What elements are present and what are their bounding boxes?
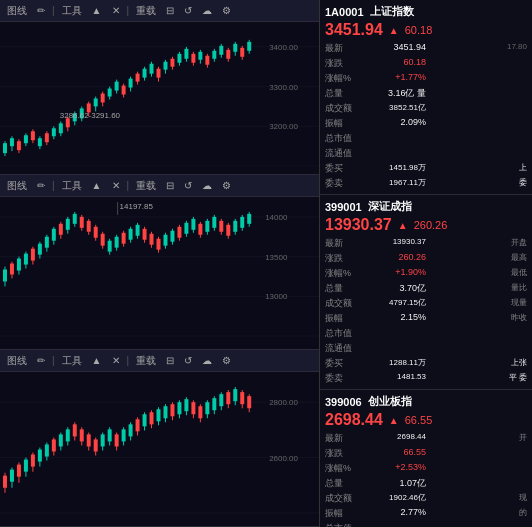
undo-icon[interactable]: ↺ — [181, 4, 195, 17]
d2-2a: 涨跌260.26 — [325, 251, 426, 266]
settings-icon-3[interactable]: ⚙ — [219, 354, 234, 367]
svg-rect-120 — [101, 234, 105, 246]
linechart-btn-3[interactable]: 图线 — [4, 353, 30, 369]
chart-body-1: 3400.00 3300.00 3200.00 — [0, 22, 319, 174]
svg-rect-104 — [45, 237, 49, 248]
svg-rect-184 — [52, 439, 56, 451]
svg-rect-198 — [101, 434, 105, 446]
data-row-5a: 成交额3852.51亿 — [325, 101, 426, 116]
svg-rect-126 — [122, 233, 126, 244]
reload-btn-3[interactable]: 重载 — [133, 353, 159, 369]
reload-btn[interactable]: 重载 — [133, 3, 159, 19]
data-row-3a: 涨幅%+1.77% — [325, 71, 426, 86]
svg-rect-152 — [212, 217, 216, 228]
svg-rect-13 — [17, 141, 21, 150]
svg-rect-170 — [3, 476, 7, 488]
svg-rect-172 — [10, 470, 14, 482]
svg-rect-200 — [108, 429, 112, 441]
sep4: | — [127, 180, 130, 191]
toolbar-1: 图线 ✏ | 工具 ▲ ✕ | 重载 ⊟ ↺ ☁ ⚙ — [0, 0, 319, 22]
svg-rect-108 — [59, 224, 63, 235]
svg-rect-37 — [101, 94, 105, 103]
d2-3a: 涨幅%+1.90% — [325, 266, 426, 281]
stock-header-3: 399006 创业板指 — [325, 394, 527, 409]
print-icon[interactable]: ⊟ — [163, 4, 177, 17]
undo-icon-2[interactable]: ↺ — [181, 179, 195, 192]
svg-rect-21 — [45, 133, 49, 142]
d2-8b — [426, 341, 527, 356]
tools-btn[interactable]: 工具 — [59, 3, 85, 19]
svg-rect-17 — [31, 131, 35, 140]
data-row-8a: 流通值 — [325, 146, 426, 161]
pencil-icon-2[interactable]: ✏ — [34, 179, 48, 192]
svg-rect-186 — [59, 434, 63, 446]
cloud-icon-2[interactable]: ☁ — [199, 179, 215, 192]
expand-icon-3[interactable]: ▲ — [89, 354, 105, 367]
svg-rect-140 — [170, 231, 174, 242]
svg-rect-114 — [80, 217, 84, 228]
d2-5a: 成交额4797.15亿 — [325, 296, 426, 311]
chart-1: 图线 ✏ | 工具 ▲ ✕ | 重载 ⊟ ↺ ☁ ⚙ 3400.00 — [0, 0, 319, 175]
svg-rect-75 — [233, 44, 237, 52]
data-grid-3: 最新2698.44 开 涨跌66.55 涨幅%+2.53% 总量1.07亿 成交… — [325, 431, 527, 527]
svg-rect-55 — [163, 62, 167, 70]
svg-rect-136 — [157, 239, 161, 250]
close-icon-2[interactable]: ✕ — [109, 179, 123, 192]
settings-icon-2[interactable]: ⚙ — [219, 179, 234, 192]
close-icon[interactable]: ✕ — [109, 4, 123, 17]
print-icon-2[interactable]: ⊟ — [163, 179, 177, 192]
svg-rect-208 — [136, 419, 140, 431]
svg-rect-43 — [122, 86, 126, 95]
stock-price-row-2: 13930.37 ▲ 260.26 — [325, 216, 527, 234]
svg-rect-134 — [150, 234, 154, 245]
svg-text:2600.00: 2600.00 — [269, 454, 298, 463]
svg-rect-144 — [184, 223, 188, 234]
reload-btn-2[interactable]: 重载 — [133, 178, 159, 194]
svg-rect-202 — [115, 434, 119, 446]
svg-rect-224 — [191, 402, 195, 414]
svg-rect-73 — [226, 50, 230, 59]
chart-body-3: 2800.00 2600.00 — [0, 372, 319, 526]
svg-rect-206 — [129, 424, 133, 436]
stock-price-row-1: 3451.94 ▲ 60.18 — [325, 21, 527, 39]
linechart-btn-2[interactable]: 图线 — [4, 178, 30, 194]
cloud-icon[interactable]: ☁ — [199, 4, 215, 17]
svg-rect-61 — [184, 49, 188, 59]
print-icon-3[interactable]: ⊟ — [163, 354, 177, 367]
svg-rect-77 — [240, 48, 244, 57]
svg-text:3400.00: 3400.00 — [269, 43, 298, 52]
data-row-6a: 振幅2.09% — [325, 116, 426, 131]
expand-icon[interactable]: ▲ — [89, 4, 105, 17]
up-triangle-2: ▲ — [398, 220, 408, 231]
tools-btn-3[interactable]: 工具 — [59, 353, 85, 369]
pencil-icon-3[interactable]: ✏ — [34, 354, 48, 367]
d2-3b: 最低 — [426, 266, 527, 281]
d3-3a: 涨幅%+2.53% — [325, 461, 426, 476]
svg-rect-118 — [94, 227, 98, 238]
svg-rect-25 — [59, 123, 63, 133]
svg-rect-218 — [170, 404, 174, 416]
svg-rect-35 — [94, 98, 98, 106]
svg-rect-158 — [233, 221, 237, 232]
tools-btn-2[interactable]: 工具 — [59, 178, 85, 194]
stock-price-1: 3451.94 — [325, 21, 383, 39]
expand-icon-2[interactable]: ▲ — [89, 179, 105, 192]
pencil-icon[interactable]: ✏ — [34, 4, 48, 17]
linechart-btn[interactable]: 图线 — [4, 3, 30, 19]
svg-rect-45 — [129, 79, 133, 88]
settings-icon[interactable]: ⚙ — [219, 4, 234, 17]
svg-rect-220 — [177, 402, 181, 414]
svg-rect-15 — [24, 135, 28, 143]
chart-3: 图线 ✏ | 工具 ▲ ✕ | 重载 ⊟ ↺ ☁ ⚙ 2800.00 2600.… — [0, 350, 319, 527]
svg-rect-188 — [66, 429, 70, 441]
undo-icon-3[interactable]: ↺ — [181, 354, 195, 367]
cloud-icon-3[interactable]: ☁ — [199, 354, 215, 367]
svg-rect-59 — [177, 54, 181, 63]
svg-text:3300.00: 3300.00 — [269, 83, 298, 92]
stock-code-3: 399006 — [325, 396, 362, 408]
svg-rect-94 — [10, 264, 14, 275]
d3-5b: 现 — [426, 491, 527, 506]
close-icon-3[interactable]: ✕ — [109, 354, 123, 367]
svg-rect-160 — [240, 217, 244, 228]
svg-rect-69 — [212, 51, 216, 59]
